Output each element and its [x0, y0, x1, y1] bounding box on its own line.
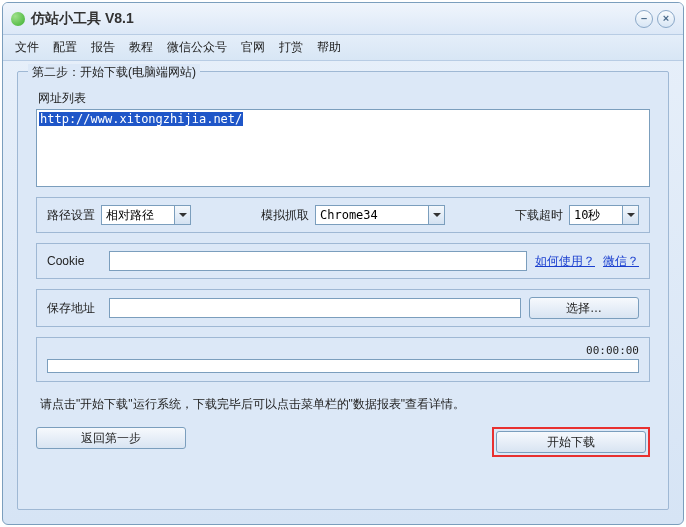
start-highlight: 开始下载: [492, 427, 650, 457]
app-icon: [11, 12, 25, 26]
menu-wechat[interactable]: 微信公众号: [167, 39, 227, 56]
path-combo[interactable]: 相对路径: [101, 205, 191, 225]
progress-panel: 00:00:00: [36, 337, 650, 382]
save-path-input[interactable]: [109, 298, 521, 318]
menu-config[interactable]: 配置: [53, 39, 77, 56]
menubar: 文件 配置 报告 教程 微信公众号 官网 打赏 帮助: [3, 35, 683, 61]
minimize-button[interactable]: –: [635, 10, 653, 28]
menu-report[interactable]: 报告: [91, 39, 115, 56]
start-download-button[interactable]: 开始下载: [496, 431, 646, 453]
chevron-down-icon: [428, 206, 444, 224]
chevron-down-icon: [174, 206, 190, 224]
window-controls: – ×: [635, 10, 675, 28]
path-label: 路径设置: [47, 207, 95, 224]
elapsed-time: 00:00:00: [47, 344, 639, 357]
app-window: 仿站小工具 V8.1 – × 文件 配置 报告 教程 微信公众号 官网 打赏 帮…: [2, 2, 684, 525]
group-legend: 第二步：开始下载(电脑端网站): [28, 64, 200, 81]
menu-donate[interactable]: 打赏: [279, 39, 303, 56]
titlebar: 仿站小工具 V8.1 – ×: [3, 3, 683, 35]
save-panel: 保存地址 选择…: [36, 289, 650, 327]
close-button[interactable]: ×: [657, 10, 675, 28]
cookie-panel: Cookie 如何使用？ 微信？: [36, 243, 650, 279]
grab-value: Chrome34: [316, 208, 382, 222]
back-button[interactable]: 返回第一步: [36, 427, 186, 449]
menu-file[interactable]: 文件: [15, 39, 39, 56]
client-area: 第二步：开始下载(电脑端网站) 网址列表 http://www.xitongzh…: [3, 61, 683, 524]
menu-help[interactable]: 帮助: [317, 39, 341, 56]
chevron-down-icon: [622, 206, 638, 224]
settings-panel: 路径设置 相对路径 模拟抓取 Chrome34 下载超时 10秒: [36, 197, 650, 233]
path-value: 相对路径: [102, 207, 158, 224]
bottom-buttons: 返回第一步 开始下载: [36, 427, 650, 457]
progress-bar: [47, 359, 639, 373]
step2-group: 第二步：开始下载(电脑端网站) 网址列表 http://www.xitongzh…: [17, 71, 669, 510]
cookie-input[interactable]: [109, 251, 527, 271]
url-list-label: 网址列表: [38, 90, 650, 107]
wechat-link[interactable]: 微信？: [603, 253, 639, 270]
timeout-combo[interactable]: 10秒: [569, 205, 639, 225]
browse-button[interactable]: 选择…: [529, 297, 639, 319]
cookie-label: Cookie: [47, 254, 103, 268]
save-label: 保存地址: [47, 300, 103, 317]
grab-combo[interactable]: Chrome34: [315, 205, 445, 225]
menu-official[interactable]: 官网: [241, 39, 265, 56]
url-list-input[interactable]: http://www.xitongzhijia.net/: [36, 109, 650, 187]
url-selected-text: http://www.xitongzhijia.net/: [39, 112, 243, 126]
hint-text: 请点击"开始下载"运行系统，下载完毕后可以点击菜单栏的"数据报表"查看详情。: [40, 396, 650, 413]
howto-link[interactable]: 如何使用？: [535, 253, 595, 270]
grab-label: 模拟抓取: [261, 207, 309, 224]
menu-tutorial[interactable]: 教程: [129, 39, 153, 56]
timeout-value: 10秒: [570, 207, 604, 224]
timeout-label: 下载超时: [515, 207, 563, 224]
window-title: 仿站小工具 V8.1: [31, 10, 635, 28]
